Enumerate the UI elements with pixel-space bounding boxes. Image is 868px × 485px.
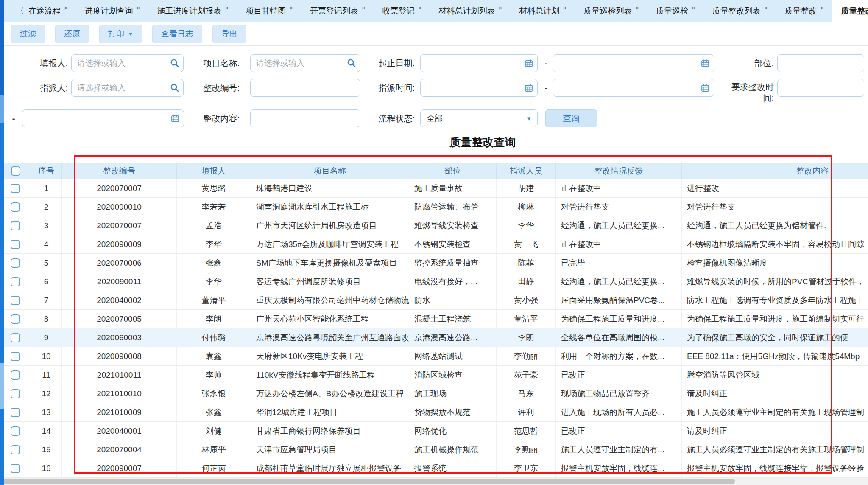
rectification-code-link[interactable]: 2020090011	[62, 272, 177, 291]
tab[interactable]: 质量整改×	[776, 0, 832, 22]
table-row[interactable]: 72020040002董清平重庆太极制药有限公司亳州中药材仓储物流防水黄小强屋面…	[0, 291, 868, 310]
rectification-code-link[interactable]: 2020040002	[62, 291, 177, 310]
project-link[interactable]: 广州市天河区统计局机房改造项目	[251, 216, 409, 235]
table-row[interactable]: 42020090009李华万达广场35#会所及咖啡厅空调安装工程不锈钢安装检查黄…	[0, 235, 868, 254]
assignee-link[interactable]: 黄一飞	[497, 235, 556, 254]
status-select[interactable]: 全部 ▼	[420, 109, 538, 127]
row-checkbox[interactable]	[11, 296, 20, 305]
assignee-link[interactable]: 李勤丽	[497, 440, 556, 459]
required-time-input[interactable]	[777, 79, 864, 97]
row-checkbox[interactable]	[11, 221, 20, 230]
restore-button[interactable]: 还原	[55, 25, 89, 43]
filler-link[interactable]: 张永银	[177, 384, 251, 403]
project-input[interactable]	[250, 54, 360, 72]
project-link[interactable]: 天府新区10Kv变电所安装工程	[251, 347, 409, 366]
search-icon[interactable]	[170, 83, 179, 93]
table-row[interactable]: 32020070007孟浩广州市天河区统计局机房改造项目难燃导线安装检查李华经沟…	[0, 216, 868, 235]
project-link[interactable]: 京港澳高速公路粤境韶关至广州互通路面改	[251, 328, 409, 347]
tab[interactable]: 项目甘特图×	[237, 0, 301, 22]
project-link[interactable]: 甘肃省工商银行网络保养项目	[251, 422, 409, 440]
assignee-link[interactable]: 范思哲	[497, 422, 556, 440]
filler-link[interactable]: 黄思璐	[177, 179, 251, 198]
tab-close-icon[interactable]: ×	[563, 4, 567, 11]
table-row[interactable]: 102020090008袁鑫天府新区10Kv变电所安装工程网络基站测试李勤丽利用…	[0, 347, 868, 366]
rectification-code-link[interactable]: 2020090009	[62, 235, 177, 254]
project-link[interactable]: 华润12城房建工程项目	[251, 403, 409, 422]
search-icon[interactable]	[170, 59, 179, 68]
rectification-code-link[interactable]: 2020070006	[62, 254, 177, 272]
project-link[interactable]: SM广场地下车库更换摄像机及硬盘项目	[251, 254, 409, 272]
tab[interactable]: 质量巡检列表×	[575, 0, 648, 22]
filler-link[interactable]: 袁鑫	[177, 347, 251, 366]
rectification-code-link[interactable]: 2021010009	[62, 403, 177, 422]
calendar-icon[interactable]	[701, 59, 710, 68]
rectification-code-link[interactable]: 2020070007	[62, 216, 177, 235]
assignee-link[interactable]: 董清平	[497, 310, 556, 328]
horizontal-scrollbar[interactable]	[0, 478, 868, 485]
tab-close-icon[interactable]: ×	[764, 4, 768, 11]
table-row[interactable]: 162020090007何芷茵成都杜甫草堂临时展厅独立展柜报警设备报警系统李卫东…	[0, 459, 868, 478]
tab-close-icon[interactable]: ×	[635, 4, 639, 11]
tab-close-icon[interactable]: ×	[362, 4, 366, 11]
assignee-link[interactable]: 苑子豪	[497, 366, 556, 384]
assignee-link[interactable]: 李华	[497, 216, 556, 235]
assign-time-start-input[interactable]	[420, 79, 538, 97]
row-checkbox[interactable]	[11, 426, 20, 436]
rectification-code-link[interactable]: 2020070007	[62, 179, 177, 198]
tab-close-icon[interactable]: ×	[64, 4, 68, 11]
tab[interactable]: 收票登记×	[374, 0, 430, 22]
row-checkbox[interactable]	[11, 333, 20, 342]
filler-link[interactable]: 李华	[177, 272, 251, 291]
tab-close-icon[interactable]: ×	[225, 4, 229, 11]
rectification-code-link[interactable]: 2020070005	[62, 310, 177, 328]
tab-close-icon[interactable]: ×	[289, 4, 293, 11]
project-link[interactable]: 天津市应急管理局项目	[251, 440, 409, 459]
table-row[interactable]: 62020090011李华客运专线广州调度所装修项目电线没有接好，...田静经沟…	[0, 272, 868, 291]
filler-link[interactable]: 李华	[177, 235, 251, 254]
filler-link[interactable]: 张鑫	[177, 254, 251, 272]
date-end-input[interactable]	[553, 54, 714, 72]
project-link[interactable]: 110kV安徽线程集变开断线路工程	[251, 366, 409, 384]
filler-link[interactable]: 付伟璐	[177, 328, 251, 347]
date-start-input[interactable]	[420, 54, 538, 72]
project-link[interactable]: 湖南洞庭湖水库引水工程施工标	[251, 198, 409, 216]
filler-link[interactable]: 孟浩	[177, 216, 251, 235]
table-row[interactable]: 22020090010李若若湖南洞庭湖水库引水工程施工标防腐管运输、布管柳琳对管…	[0, 198, 868, 216]
search-icon[interactable]	[347, 59, 356, 68]
row-checkbox[interactable]	[11, 370, 20, 380]
table-row[interactable]: 52020070006张鑫SM广场地下车库更换摄像机及硬盘项目监控系统质量抽查陈…	[0, 254, 868, 272]
filler-link[interactable]: 刘健	[177, 422, 251, 440]
project-link[interactable]: 万达办公楼左侧A、B办公楼改造建设工程	[251, 384, 409, 403]
filler-link[interactable]: 张鑫	[177, 403, 251, 422]
filler-input[interactable]	[71, 54, 184, 72]
tab-close-icon[interactable]: ×	[137, 4, 140, 11]
rectification-code-link[interactable]: 2020060003	[62, 328, 177, 347]
project-link[interactable]: 广州天心苑小区智能化系统工程	[251, 310, 409, 328]
project-link[interactable]: 重庆太极制药有限公司亳州中药材仓储物流	[251, 291, 409, 310]
assignee-link[interactable]: 田静	[497, 272, 556, 291]
back-chevron-icon[interactable]: 〈	[16, 6, 24, 17]
row-checkbox[interactable]	[11, 408, 20, 417]
assigner-input[interactable]	[71, 79, 184, 97]
project-link[interactable]: 成都杜甫草堂临时展厅独立展柜报警设备	[251, 459, 409, 478]
filler-link[interactable]: 何芷茵	[177, 459, 251, 478]
rectification-code-link[interactable]: 2020090010	[62, 198, 177, 216]
calendar-icon[interactable]	[170, 114, 180, 123]
part-input[interactable]	[777, 54, 864, 72]
assignee-link[interactable]: 李朗	[497, 328, 556, 347]
row-checkbox[interactable]	[11, 240, 20, 249]
filler-link[interactable]: 李朗	[177, 310, 251, 328]
tab[interactable]: 材料总计划列表×	[430, 0, 511, 22]
tab[interactable]: 质量巡检×	[648, 0, 704, 22]
table-row[interactable]: 92020060003付伟璐京港澳高速公路粤境韶关至广州互通路面改京港澳高速公路…	[0, 328, 868, 347]
table-row[interactable]: 112021010011李帅110kV安徽线程集变开断线路工程消防区域检查苑子豪…	[0, 366, 868, 384]
tab[interactable]: 进度计划查询×	[76, 0, 149, 22]
rectification-code-link[interactable]: 2020090008	[62, 347, 177, 366]
left-scroll-strip[interactable]	[0, 0, 4, 485]
row-checkbox[interactable]	[11, 258, 20, 268]
row-checkbox[interactable]	[11, 202, 20, 212]
horizontal-scrollbar-thumb[interactable]	[3, 479, 735, 484]
table-row[interactable]: 82020070005李朗广州天心苑小区智能化系统工程混凝土工程浇筑董清平为确保…	[0, 310, 868, 328]
project-link[interactable]: 万达广场35#会所及咖啡厅空调安装工程	[251, 235, 409, 254]
assignee-link[interactable]: 陈菲	[497, 254, 556, 272]
